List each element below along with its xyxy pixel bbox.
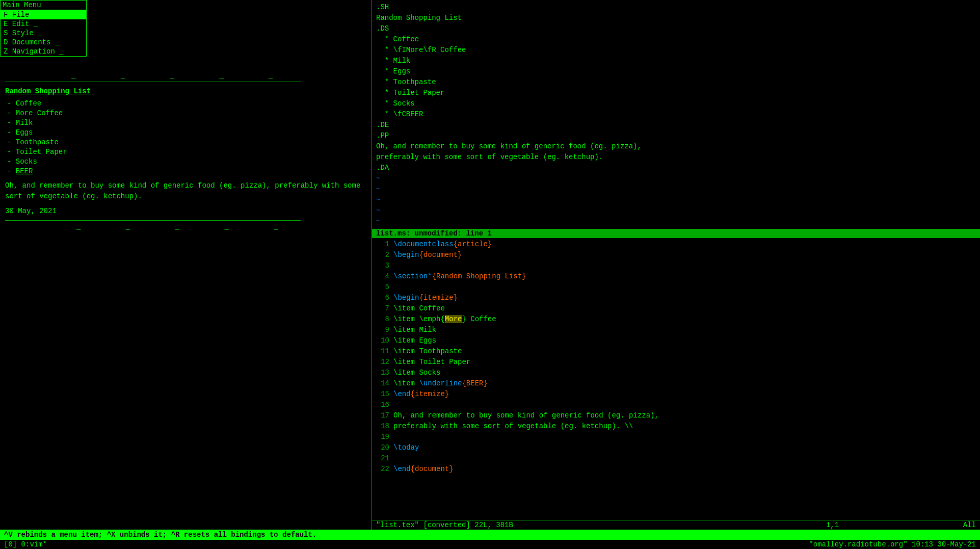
vim-file-status: "list.tex" [converted] 22L, 381B (376, 521, 513, 529)
vim-status-left: [0] 0:vim* (4, 540, 47, 548)
code-line-21: 21 (374, 453, 978, 464)
code-line-8: 8 \item \emph{More} Coffee (374, 314, 978, 325)
line-num-18: 18 (374, 421, 389, 432)
ms-view: .SH Random Shopping List .DS * Coffee * … (372, 0, 980, 229)
ms-line-pp: .PP (376, 130, 976, 141)
ms-line-title: Random Shopping List (376, 13, 976, 23)
code-line-2: 2 \begin{document} (374, 250, 978, 260)
ms-line-da: .DA (376, 163, 976, 173)
ms-line-more-coffee: * \fIMore\fR Coffee (376, 45, 976, 56)
menu-item-style[interactable]: S Style _ (1, 29, 86, 38)
line-num-14: 14 (374, 378, 389, 389)
code-line-7: 7 \item Coffee (374, 303, 978, 314)
vim-editor[interactable]: 1 \documentclass{article} 2 \begin{docum… (372, 238, 980, 520)
code-text-15: \end{itemize} (393, 389, 449, 400)
code-text-10: \item Eggs (393, 335, 436, 346)
line-num-21: 21 (374, 453, 389, 464)
ms-status-bar: list.ms: unmodified: line 1 (372, 229, 980, 238)
paragraph-text: Oh, and remember to buy some kind of gen… (5, 180, 362, 202)
code-text-4: \section*{Random Shopping List} (393, 271, 526, 282)
line-num-3: 3 (374, 260, 389, 271)
line-num-12: 12 (374, 357, 389, 368)
code-text-2: \begin{document} (393, 250, 462, 260)
ms-tilde-1: ~ (376, 173, 976, 184)
code-line-12: 12 \item Toilet Paper (374, 357, 978, 368)
ms-tilde-4: ~ (376, 205, 976, 216)
code-line-6: 6 \begin{itemize} (374, 293, 978, 303)
code-line-1: 1 \documentclass{article} (374, 239, 978, 250)
code-text-11: \item Toothpaste (393, 346, 462, 357)
left-pane: Main Menu F File E Edit _ S Style _ D Do… (0, 0, 372, 530)
code-line-13: 13 \item Socks (374, 368, 978, 378)
line-num-7: 7 (374, 303, 389, 314)
line-num-17: 17 (374, 410, 389, 421)
line-num-6: 6 (374, 293, 389, 303)
list-item-milk: - Milk (5, 119, 366, 127)
code-line-4: 4 \section*{Random Shopping List} (374, 271, 978, 282)
menu-item-documents[interactable]: D Documents _ (1, 38, 86, 47)
code-line-11: 11 \item Toothpaste (374, 346, 978, 357)
ms-line-para2: preferably with some sort of vegetable (… (376, 152, 976, 163)
code-line-20: 20 \today (374, 442, 978, 453)
ms-line-coffee: * Coffee (376, 34, 976, 45)
ms-line-para1: Oh, and remember to buy some kind of gen… (376, 141, 976, 152)
vim-status-line: [0] 0:vim* "omalley.radiotube.org" 10:13… (0, 540, 980, 549)
list-item-eggs: - Eggs (5, 128, 366, 137)
code-text-12: \item Toilet Paper (393, 357, 470, 368)
code-line-3: 3 (374, 260, 978, 271)
code-line-10: 10 \item Eggs (374, 335, 978, 346)
line-num-9: 9 (374, 325, 389, 335)
line-num-5: 5 (374, 282, 389, 293)
list-item-more-coffee: - More Coffee (5, 109, 366, 117)
code-text-6: \begin{itemize} (393, 293, 458, 303)
ms-line-eggs: * Eggs (376, 66, 976, 77)
ms-line-milk: * Milk (376, 56, 976, 66)
vim-status-right: "omalley.radiotube.org" 10:13 30-May-21 (809, 540, 976, 548)
menu-title: Main Menu (1, 1, 86, 10)
ms-tilde-3: ~ (376, 195, 976, 205)
beer-text: BEER (16, 167, 33, 175)
line-num-8: 8 (374, 314, 389, 325)
ms-tilde-2: ~ (376, 184, 976, 195)
ms-line-toilet-paper: * Toilet Paper (376, 88, 976, 98)
ms-line-ds: .DS (376, 23, 976, 34)
code-line-15: 15 \end{itemize} (374, 389, 978, 400)
list-item-coffee: - Coffee (5, 99, 366, 108)
date-text: 30 May, 2021 (5, 207, 366, 215)
code-text-1: \documentclass{article} (393, 239, 492, 250)
ms-line-socks: * Socks (376, 98, 976, 109)
code-text-20: \today (393, 442, 419, 453)
code-line-14: 14 \item \underline{BEER} (374, 378, 978, 389)
vim-pos-status: 1,1 All (826, 521, 976, 529)
ms-line-beer: * \fCBEER (376, 109, 976, 120)
doc-title: Random_Shopping_List (5, 87, 366, 95)
code-line-19: 19 (374, 432, 978, 442)
bottom-status-left: ^V rebinds a menu item; ^X unbinds it; ^… (4, 531, 316, 539)
code-line-5: 5 (374, 282, 978, 293)
list-item-toilet-paper: - Toilet Paper (5, 148, 366, 156)
code-text-7: \item Coffee (393, 303, 445, 314)
bottom-toolbar: _ _ _ _ _ (5, 220, 366, 231)
line-num-20: 20 (374, 442, 389, 453)
list-item-toothpaste: - Toothpaste (5, 138, 366, 146)
menu-item-navigation[interactable]: Z Navigation _ (1, 47, 86, 56)
line-num-15: 15 (374, 389, 389, 400)
menu-item-file[interactable]: F File (1, 10, 86, 19)
code-text-14: \item \underline{BEER} (393, 378, 488, 389)
line-num-11: 11 (374, 346, 389, 357)
bottom-status-bar: ^V rebinds a menu item; ^X unbinds it; ^… (0, 530, 980, 540)
ms-line-sh: .SH (376, 2, 976, 13)
emph-highlight: More (445, 315, 462, 323)
code-line-18: 18 preferably with some sort of vegetabl… (374, 421, 978, 432)
code-text-13: \item Socks (393, 368, 440, 378)
main-menu[interactable]: Main Menu F File E Edit _ S Style _ D Do… (0, 0, 87, 57)
line-num-13: 13 (374, 368, 389, 378)
doc-content: _ _ _ _ _ Random_Shopping_List - Coffee … (0, 66, 372, 530)
menu-item-edit[interactable]: E Edit _ (1, 19, 86, 29)
line-num-16: 16 (374, 400, 389, 410)
line-num-19: 19 (374, 432, 389, 442)
list-item-beer: - BEER (5, 167, 366, 175)
line-num-2: 2 (374, 250, 389, 260)
code-line-16: 16 (374, 400, 978, 410)
line-num-4: 4 (374, 271, 389, 282)
